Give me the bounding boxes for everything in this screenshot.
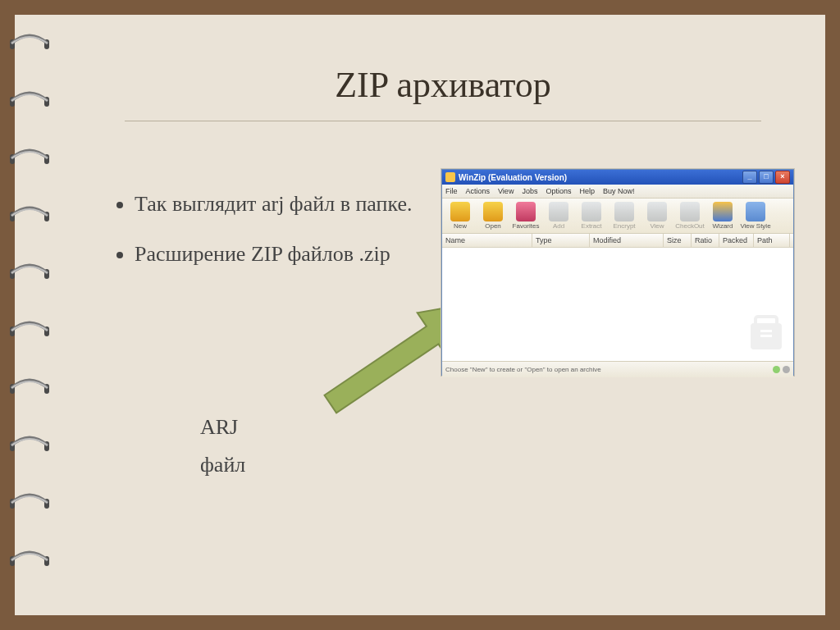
toolbar-new-button[interactable]: New xyxy=(444,202,477,230)
toolbar-label: Open xyxy=(477,222,509,230)
winzip-watermark-icon xyxy=(744,312,788,356)
toolbar-add-button: Add xyxy=(542,202,575,230)
status-led-1 xyxy=(773,366,780,373)
checkout-icon xyxy=(680,202,700,221)
view-icon xyxy=(647,202,667,221)
column-size[interactable]: Size xyxy=(664,234,692,247)
winzip-title-text: WinZip (Evaluation Version) xyxy=(459,173,567,182)
column-ratio[interactable]: Ratio xyxy=(692,234,719,247)
column-type[interactable]: Type xyxy=(532,234,590,247)
svg-rect-3 xyxy=(760,330,772,332)
toolbar-label: Add xyxy=(542,222,575,230)
toolbar-checkout-button: CheckOut xyxy=(673,202,706,230)
menu-item[interactable]: File xyxy=(445,187,458,195)
slide-title: ZIP архиватор xyxy=(75,64,810,106)
toolbar-view-style-button[interactable]: View Style xyxy=(739,202,772,230)
column-path[interactable]: Path xyxy=(754,234,790,247)
favorites-icon xyxy=(516,202,536,221)
maximize-button[interactable]: □ xyxy=(759,171,774,184)
toolbar-wizard-button[interactable]: Wizard xyxy=(706,202,739,230)
arj-label: ARJ xyxy=(200,415,238,440)
toolbar-view-button: View xyxy=(641,202,673,230)
toolbar-extract-button: Extract xyxy=(575,202,608,230)
extract-icon xyxy=(582,202,601,221)
menu-item[interactable]: Help xyxy=(579,187,595,195)
winzip-window: WinZip (Evaluation Version) _ □ × FileAc… xyxy=(441,169,794,376)
arj-sublabel: файл xyxy=(200,453,245,477)
svg-rect-4 xyxy=(760,335,772,337)
column-modified[interactable]: Modified xyxy=(590,234,664,247)
toolbar-label: Extract xyxy=(575,222,608,230)
menu-item[interactable]: Buy Now! xyxy=(603,187,635,195)
wizard-icon xyxy=(713,202,733,221)
open-icon xyxy=(483,202,503,221)
menu-item[interactable]: Jobs xyxy=(522,187,537,195)
status-led-2 xyxy=(783,366,790,373)
toolbar-label: New xyxy=(444,222,477,230)
spiral-binding xyxy=(5,15,54,615)
encrypt-icon xyxy=(614,202,634,221)
winzip-columns[interactable]: NameTypeModifiedSizeRatioPackedPath xyxy=(442,234,793,248)
column-packed[interactable]: Packed xyxy=(719,234,754,247)
menu-item[interactable]: View xyxy=(498,187,514,195)
toolbar-favorites-button[interactable]: Favorites xyxy=(509,202,542,230)
close-button[interactable]: × xyxy=(775,171,790,184)
menu-item[interactable]: Actions xyxy=(466,187,491,195)
toolbar-label: View Style xyxy=(739,222,772,230)
bullet-item: Так выглядит arj файл в папке. xyxy=(135,190,430,217)
toolbar-encrypt-button: Encrypt xyxy=(608,202,641,230)
title-underline xyxy=(125,121,761,121)
toolbar-label: Encrypt xyxy=(608,222,641,230)
new-icon xyxy=(450,202,470,221)
winzip-titlebar[interactable]: WinZip (Evaluation Version) _ □ × xyxy=(442,170,793,185)
winzip-menubar[interactable]: FileActionsViewJobsOptionsHelpBuy Now! xyxy=(442,185,793,199)
winzip-statusbar: Choose "New" to create or "Open" to open… xyxy=(442,361,793,377)
bullet-item: Расширение ZIP файлов .zip xyxy=(135,240,430,267)
view-style-icon xyxy=(746,202,765,221)
winzip-app-icon xyxy=(445,172,455,182)
toolbar-label: Wizard xyxy=(706,222,739,230)
menu-item[interactable]: Options xyxy=(546,187,571,195)
slide-body: ZIP архиватор Так выглядит arj файл в па… xyxy=(75,30,810,600)
minimize-button[interactable]: _ xyxy=(742,171,757,184)
toolbar-label: CheckOut xyxy=(673,222,706,230)
column-name[interactable]: Name xyxy=(442,234,532,247)
content-area: Так выглядит arj файл в папке.Расширение… xyxy=(102,169,794,600)
bullet-list: Так выглядит arj файл в папке.Расширение… xyxy=(102,190,430,268)
add-icon xyxy=(549,202,568,221)
toolbar-open-button[interactable]: Open xyxy=(477,202,509,230)
toolbar-label: View xyxy=(641,222,673,230)
toolbar-label: Favorites xyxy=(509,222,542,230)
status-text: Choose "New" to create or "Open" to open… xyxy=(445,366,601,373)
slide-frame: ZIP архиватор Так выглядит arj файл в па… xyxy=(0,0,840,630)
winzip-toolbar[interactable]: NewOpenFavoritesAddExtractEncryptViewChe… xyxy=(442,199,793,234)
winzip-file-list[interactable] xyxy=(442,248,793,361)
